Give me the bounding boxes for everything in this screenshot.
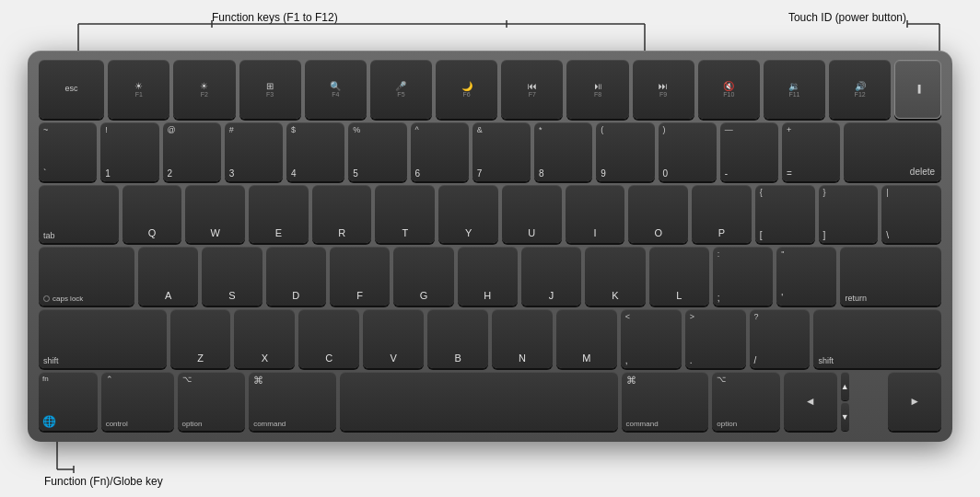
shift-row: shift Z X C V B N M < , > . ? / shift [39,309,941,368]
key-esc[interactable]: esc [39,60,104,119]
key-comma[interactable]: < , [621,309,682,368]
key-control-left[interactable]: ⌃ control [101,372,174,431]
touch-id-annotation: Touch ID (power button) [788,11,906,24]
key-d[interactable]: D [266,247,326,306]
key-q[interactable]: Q [122,185,182,244]
key-u[interactable]: U [502,185,562,244]
key-minus[interactable]: — - [720,122,778,181]
key-a[interactable]: A [138,247,198,306]
key-command-left[interactable]: ⌘ command [249,372,336,431]
key-semicolon[interactable]: : ; [713,247,773,306]
key-backslash[interactable]: | \ [881,185,941,244]
key-caps-lock[interactable]: caps lock [39,247,134,306]
key-arrow-left[interactable]: ◄ [784,372,837,431]
key-b[interactable]: B [427,309,488,368]
key-equals[interactable]: + = [782,122,840,181]
key-3[interactable]: # 3 [225,122,283,181]
key-f12[interactable]: 🔊 F12 [829,60,891,119]
key-arrow-right[interactable]: ► [888,372,941,431]
key-i[interactable]: I [566,185,625,244]
key-touch-id[interactable]: ▐ [894,60,941,119]
key-option-right[interactable]: ⌥ option [712,372,780,431]
key-z[interactable]: Z [170,309,231,368]
key-o[interactable]: O [628,185,688,244]
key-f2[interactable]: ☀ F2 [173,60,235,119]
key-9[interactable]: ( 9 [596,122,654,181]
key-return[interactable]: return [840,247,941,306]
key-option-left[interactable]: ⌥ option [178,372,246,431]
key-period[interactable]: > . [685,309,746,368]
bottom-row: fn 🌐 ⌃ control ⌥ option ⌘ command ⌘ comm… [39,372,941,431]
key-f4[interactable]: 🔍 F4 [305,60,367,119]
key-f5[interactable]: 🎤 F5 [370,60,432,119]
key-2[interactable]: @ 2 [163,122,221,181]
key-shift-left[interactable]: shift [39,309,167,368]
key-6[interactable]: ^ 6 [411,122,469,181]
key-j[interactable]: J [521,247,581,306]
key-v[interactable]: V [363,309,424,368]
key-command-right[interactable]: ⌘ command [622,372,709,431]
key-7[interactable]: & 7 [472,122,531,181]
key-f9[interactable]: ⏭ F9 [633,60,694,119]
key-k[interactable]: K [585,247,645,306]
key-lbracket[interactable]: { [ [755,185,815,244]
key-g[interactable]: G [393,247,453,306]
key-8[interactable]: * 8 [534,122,592,181]
key-4[interactable]: $ 4 [286,122,344,181]
key-f[interactable]: F [330,247,390,306]
key-w[interactable]: W [185,185,245,244]
key-5[interactable]: % 5 [348,122,406,181]
key-s[interactable]: S [202,247,262,306]
fn-row: esc ☀ F1 ☀ F2 ⊞ F3 🔍 F4 🎤 F5 [39,60,941,119]
key-delete[interactable]: delete [844,122,941,181]
key-e[interactable]: E [249,185,309,244]
key-0[interactable]: ) 0 [659,122,717,181]
key-f8[interactable]: ⏯ F8 [566,60,628,119]
keyboard-body: esc ☀ F1 ☀ F2 ⊞ F3 🔍 F4 🎤 F5 [28,51,952,442]
qwerty-row: tab Q W E R T Y U I O P { [ } ] | \ [39,185,941,244]
key-backtick[interactable]: ~ ` [39,122,97,181]
key-m[interactable]: M [556,309,617,368]
key-slash[interactable]: ? / [750,309,811,368]
key-f11[interactable]: 🔉 F11 [764,60,825,119]
key-f1[interactable]: ☀ F1 [108,60,169,119]
key-arrow-down[interactable]: ▼ [841,402,849,431]
key-quote[interactable]: " ' [776,247,836,306]
key-arrow-up[interactable]: ▲ [841,372,849,400]
key-t[interactable]: T [375,185,435,244]
key-f6[interactable]: 🌙 F6 [436,60,497,119]
key-l[interactable]: L [649,247,709,306]
key-1[interactable]: ! 1 [100,122,158,181]
key-p[interactable]: P [692,185,752,244]
key-c[interactable]: C [298,309,359,368]
key-h[interactable]: H [458,247,518,306]
key-fn-globe[interactable]: fn 🌐 [39,372,98,431]
key-arrow-ud: ▲ ▼ [841,372,885,431]
key-shift-right[interactable]: shift [813,309,941,368]
key-rbracket[interactable]: } ] [819,185,879,244]
key-space[interactable] [340,372,618,431]
key-n[interactable]: N [492,309,553,368]
keyboard: esc ☀ F1 ☀ F2 ⊞ F3 🔍 F4 🎤 F5 [28,51,952,442]
key-tab[interactable]: tab [39,185,119,244]
key-f10[interactable]: 🔇 F10 [698,60,760,119]
key-r[interactable]: R [312,185,372,244]
globe-key-annotation: Function (Fn)/Globe key [44,475,163,488]
function-keys-annotation: Function keys (F1 to F12) [212,11,338,24]
key-x[interactable]: X [234,309,295,368]
home-row: caps lock A S D F G H J K L : ; " ' retu… [39,247,941,306]
key-f3[interactable]: ⊞ F3 [239,60,301,119]
key-f7[interactable]: ⏮ F7 [501,60,563,119]
number-row: ~ ` ! 1 @ 2 # 3 $ 4 % 5 [39,122,941,181]
key-y[interactable]: Y [438,185,498,244]
